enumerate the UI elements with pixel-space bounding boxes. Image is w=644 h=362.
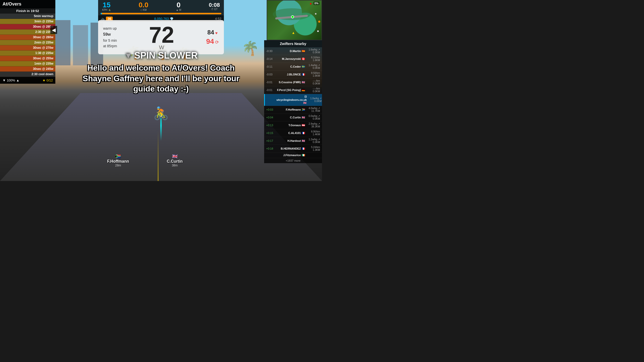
nearby-delta-10: +0:15 xyxy=(266,131,276,134)
nearby-stats-3: 8:58/km 1.6KM xyxy=(306,72,320,77)
nearby-delta-1: -0:14 xyxy=(266,57,276,60)
distance-unit: ⬡ KM xyxy=(139,9,148,11)
nearby-stats-8: 0.0w/kg ↗ 0.0KM xyxy=(306,115,320,120)
nearby-item-10: +0:15 C.AL4101 🇫🇷 6:06/km 1.4KM xyxy=(264,129,322,137)
workout-step-6: 30sec @ 270w xyxy=(0,45,55,51)
spin-arrow: ▼ xyxy=(124,51,132,60)
speed-stat: 15 kph 🚴 xyxy=(102,2,111,11)
coach-message: Hello and welcome to At/Overs! Coach Sha… xyxy=(73,63,249,94)
intensity-value: 100% xyxy=(7,78,15,82)
progress-bar-fill xyxy=(101,13,102,14)
name-tag-flag-1: 🇬🇧 xyxy=(167,154,183,159)
minimap: 0% ▲ xyxy=(267,0,322,40)
nearby-name-10: C.AL4101 🇫🇷 xyxy=(276,131,305,135)
minimap-dot-3 xyxy=(317,30,319,32)
minimap-direction-arrow: ▲ xyxy=(292,31,295,35)
workout-step-2: 30sec @ 295w xyxy=(0,24,55,29)
nearby-item-7: +0:03 F.Hoffmann 🇿🇦 4.0w/kg ↗ 11.7KM xyxy=(264,106,322,114)
phase-label: warm up xyxy=(103,26,117,31)
workout-step-10: 30sec @ 245w xyxy=(0,66,55,72)
nearby-stats-4: -:--/km 0.0KM xyxy=(306,79,320,85)
cyclist-character: 🚴 xyxy=(153,106,169,121)
workout-step-11: 2:30 cool down xyxy=(0,72,55,77)
nearby-more: +1937 more xyxy=(264,158,322,163)
cadence-icon: ⟳ xyxy=(215,40,219,45)
nearby-delta-9: +0:13 xyxy=(266,124,276,127)
workout-text: warm up 59w for 5 min at 85rpm xyxy=(103,26,117,49)
increase-intensity[interactable]: ▲ xyxy=(16,78,19,82)
workout-step-8: 30sec @ 255w xyxy=(0,56,55,61)
nearby-delta-11: +0:17 xyxy=(266,139,276,142)
heart-rate-value: 84 xyxy=(207,29,214,36)
nearby-stats-12: 5:24/km 1.3KM xyxy=(306,146,320,151)
nearby-stats-7: 4.0w/kg ↗ 11.7KM xyxy=(306,107,320,112)
name-tag-dist-1: 38m xyxy=(167,164,183,167)
star-icon: ★ xyxy=(43,78,46,82)
nearby-name-4: S.Cousins (FMR) 🇬🇧 xyxy=(276,81,305,84)
rpm-label: at 85rpm xyxy=(103,43,117,49)
speed-icon: 🚴 xyxy=(108,9,111,11)
watts-label: 59w xyxy=(103,31,117,38)
nearby-stats-9: 2.9w/kg ↗ 38.3KM xyxy=(306,122,320,128)
nearby-item-3: -0:03 J.BLONCE 🇫🇷 8:58/km 1.6KM xyxy=(264,71,322,78)
nearby-item-8: +0:04 C.Curtin 🇬🇧 0.0w/kg ↗ 0.0KM xyxy=(264,114,322,121)
intensity-control[interactable]: ▼ 100% ▲ xyxy=(3,78,19,82)
nearby-item-13: J.Fitzmaurice 🇮🇪 xyxy=(264,153,322,158)
minimap-dot-1 xyxy=(310,3,311,5)
nearby-name-7: F.Hoffmann 🇿🇦 xyxy=(276,108,305,111)
time-unit-label: ET xyxy=(214,8,218,11)
workout-step-7: 1:30 @ 235w xyxy=(0,51,55,56)
nearby-item-1: -0:14 M.Jaroszynski 🇨🇦 6:16/km 1.6KM xyxy=(264,55,322,63)
speed-unit-label: kph xyxy=(102,9,107,11)
minimap-dot-4 xyxy=(318,21,320,23)
decrease-intensity[interactable]: ▼ xyxy=(3,78,6,82)
name-tag-name-1: C.Curtin xyxy=(167,159,183,164)
nearby-stats-5: -:--/km 0.0KM xyxy=(306,87,320,93)
nearby-delta-5: -0:01 xyxy=(266,88,276,92)
nearby-stats-2: 1.4w/kg ↗ 0.0KM xyxy=(306,64,320,69)
nearby-name-1: M.Jaroszynski 🇨🇦 xyxy=(276,57,305,61)
name-tag-1: 🇬🇧 C.Curtin 38m xyxy=(167,154,183,167)
workout-panel: At/Overs Finish in 19:52 5min warmup3min… xyxy=(0,0,55,84)
workout-step-1: 3min @ 235w xyxy=(0,19,55,24)
time-stat: 0:08 ⏱ ET xyxy=(209,2,220,11)
minimap-percent: 0% xyxy=(313,2,319,5)
time-value: 0:08 xyxy=(209,2,220,8)
workout-step-9: 1min @ 235w xyxy=(0,61,55,66)
star-rating: ★ 0/12 xyxy=(43,78,53,82)
building-2 xyxy=(73,25,88,65)
nearby-name-13: J.Fitzmaurice 🇮🇪 xyxy=(276,154,305,157)
nearby-name-6: ⊡ utcyclingindoors.co.uk 🇬🇧 xyxy=(276,95,307,105)
nearby-stats-1: 6:16/km 1.6KM xyxy=(306,56,320,62)
time-unit: ⏱ ET xyxy=(209,8,220,11)
altitude-unit-label: M xyxy=(179,9,181,11)
workout-steps: 5min warmup3min @ 235w30sec @ 295w2:30 @… xyxy=(0,14,55,77)
heart-rate-row: 84 ♥ xyxy=(206,28,219,37)
speed-unit: kph 🚴 xyxy=(102,9,111,11)
finish-label: Finish in xyxy=(16,9,30,13)
top-hud: 15 kph 🚴 0.0 ⬡ KM 0 ▲ M 0:08 xyxy=(98,0,224,22)
altitude-arrow: ▲ xyxy=(176,9,178,11)
altitude-unit: ▲ M xyxy=(176,9,181,11)
finish-time-value: 19:52 xyxy=(31,9,39,13)
heart-icon: ♥ xyxy=(215,31,218,35)
nearby-name-3: J.BLONCE 🇫🇷 xyxy=(276,73,305,76)
workout-step-4: 30sec @ 280w xyxy=(0,35,55,40)
nearby-title: Zwifters Nearby xyxy=(264,40,322,47)
nearby-name-12: B.HERNANDEZ 🇫🇷 xyxy=(276,147,305,150)
nearby-stats-11: 1.2w/kg ↗ 0.0KM xyxy=(306,138,320,144)
name-tags-container: 🇿🇦 F.Hoffmann 28m 🇬🇧 C.Curtin 38m xyxy=(107,154,183,167)
nearby-stats-6: 1.0w/kg ↗ 0.0KM xyxy=(308,97,321,103)
nearby-item-2: -0:11 C.Ceder 🇸🇪 1.4w/kg ↗ 0.0KM xyxy=(264,63,322,71)
minimap-content: 0% ▲ xyxy=(267,1,321,40)
name-tag-0: 🇿🇦 F.Hoffmann 28m xyxy=(107,154,129,167)
altitude-stat: 0 ▲ M xyxy=(176,2,181,11)
name-tags-list: 🇿🇦 F.Hoffmann 28m 🇬🇧 C.Curtin 38m xyxy=(107,154,183,167)
nearby-item-6: ⊡ utcyclingindoors.co.uk 🇬🇧 1.0w/kg ↗ 0.… xyxy=(264,94,322,106)
nearby-delta-3: -0:03 xyxy=(266,73,276,76)
name-tag-flag-0: 🇿🇦 xyxy=(107,154,129,159)
nav-arrow: ◀ xyxy=(50,26,57,34)
nearby-delta-2: -0:11 xyxy=(266,65,276,68)
distance-value: 0.0 xyxy=(139,2,148,9)
current-watts-value: 72 xyxy=(149,24,174,46)
